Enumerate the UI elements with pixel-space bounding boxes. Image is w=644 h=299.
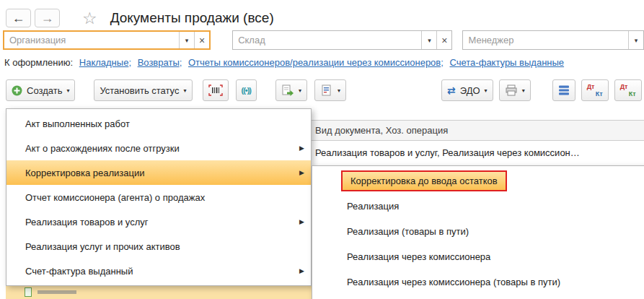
printer-icon	[505, 84, 518, 96]
create-based-on-button[interactable]: ▾	[275, 79, 307, 101]
postings-dtkt-button[interactable]: Дт Кт	[581, 79, 609, 101]
create-button-label: Создать	[27, 85, 62, 96]
link-otchety-komissionerov[interactable]: Отчеты комиссионеров/реализации через ко…	[188, 57, 441, 68]
edo-exchange-icon: ⇄	[447, 84, 456, 96]
submenu-item-label: Реализация через комиссионера (товары в …	[347, 277, 560, 287]
menu-item-label: Отчет комиссионера (агента) о продажах	[25, 192, 205, 203]
create-menu: Акт выполненных работ Акт о расхождениях…	[6, 108, 312, 286]
postings-report-button[interactable]: Дт Кт	[614, 79, 642, 101]
submenu-item-label: Корректировка до ввода остатков	[350, 176, 498, 186]
organization-filter-input[interactable]	[4, 32, 179, 48]
blue-list-icon	[558, 84, 570, 96]
table-header-label: Вид документа, Хоз. операция	[315, 125, 448, 136]
dtkt-icon: Дт Кт	[587, 83, 603, 98]
menu-item-label: Акт о расхождениях после отгрузки	[25, 143, 180, 154]
link-vozvraty[interactable]: Возвраты	[138, 57, 180, 68]
submenu-item-realizaciya[interactable]: Реализация	[312, 194, 644, 219]
menu-item-label: Реализация услуг и прочих активов	[25, 241, 180, 252]
edo-button[interactable]: ⇄ ЭДО ▾	[441, 79, 493, 101]
back-arrow-icon: ←	[12, 11, 25, 26]
back-button[interactable]: ←	[6, 9, 31, 27]
document-report-icon	[320, 84, 333, 96]
menu-item-realizaciya-tovarov-i-uslug[interactable]: Реализация товаров и услуг ▶	[6, 209, 311, 234]
chevron-down-icon: ▾	[299, 87, 301, 94]
to-process-links-row: К оформлению: Накладные; Возвраты; Отчет…	[0, 50, 644, 74]
chevron-down-icon: ▾	[185, 37, 189, 44]
organization-clear-button[interactable]: ×	[194, 32, 209, 48]
annotation-target-box: Корректировка до ввода остатков	[341, 170, 507, 191]
link-separator: ;	[180, 57, 182, 68]
organization-filter: ▾ ×	[3, 30, 211, 50]
menu-item-label: Реализация товаров и услуг	[25, 217, 149, 228]
link-separator: ;	[441, 57, 444, 68]
dtkt-report-icon: Дт Кт	[620, 83, 636, 98]
barcode-scan-button[interactable]	[203, 79, 229, 101]
create-plus-icon	[12, 85, 22, 96]
menu-item-label: Счет-фактура выданный	[25, 266, 133, 277]
submenu-item-realizaciya-cherez-komissionera-tovary-v-puti[interactable]: Реализация через комиссионера (товары в …	[312, 269, 644, 295]
submenu-item-realizaciya-cherez-komissionera[interactable]: Реализация через комиссионера	[312, 244, 644, 269]
submenu-arrow-icon: ▶	[299, 267, 304, 274]
organization-dropdown-button[interactable]: ▾	[179, 32, 194, 48]
submenu-item-label: Реализация через комиссионера	[347, 251, 490, 262]
top-navigation-bar: ← → ☆ Документы продажи (все)	[0, 0, 644, 30]
warehouse-filter: ▾ ×	[232, 30, 452, 50]
document-green-arrow-icon	[281, 84, 294, 96]
manager-filter-input[interactable]	[463, 31, 628, 49]
page-title: Документы продажи (все)	[110, 10, 274, 26]
menu-item-akt-o-rashozhdeniyah[interactable]: Акт о расхождениях после отгрузки ▶	[6, 136, 311, 160]
submenu-item-korrektirovka-do-vvoda-ostatkov[interactable]: Корректировка до ввода остатков	[312, 168, 644, 194]
manager-dropdown-button[interactable]: ▾	[628, 31, 643, 49]
submenu-item-realizaciya-tovary-v-puti[interactable]: Реализация (товары в пути)	[312, 219, 644, 244]
favorite-star-icon[interactable]: ☆	[82, 10, 97, 27]
submenu-item-label: Реализация	[347, 201, 399, 212]
create-button[interactable]: Создать ▾	[6, 79, 75, 101]
link-nakladnye[interactable]: Накладные	[79, 57, 129, 68]
table-selected-row-partial[interactable]	[6, 285, 312, 299]
table-row-label: Реализация товаров и услуг, Реализация ч…	[315, 147, 580, 158]
barcode-icon	[208, 84, 223, 96]
menu-item-otchet-komissionera[interactable]: Отчет комиссионера (агента) о продажах	[6, 185, 311, 209]
submenu-arrow-icon: ▶	[299, 144, 304, 152]
chevron-down-icon: ▾	[338, 87, 340, 94]
chevron-down-icon: ▾	[522, 87, 525, 94]
chevron-down-icon: ▾	[66, 87, 69, 94]
submenu-arrow-icon: ▶	[299, 169, 304, 176]
toolbar: Создать ▾ Установить статус ▾ ((•)) ▾	[0, 74, 644, 106]
menu-item-realizaciya-uslug[interactable]: Реализация услуг и прочих активов	[6, 234, 311, 259]
menu-item-korrektirovka-realizacii[interactable]: Корректировка реализации ▶	[6, 160, 311, 185]
rfid-scan-button[interactable]: ((•))	[236, 79, 257, 101]
edo-button-label: ЭДО	[460, 85, 480, 96]
clipped-text-fragment	[38, 290, 76, 294]
forward-arrow-icon: →	[41, 11, 54, 26]
set-status-button-label: Установить статус	[100, 85, 179, 96]
warehouse-dropdown-button[interactable]: ▾	[421, 31, 436, 49]
chevron-down-icon: ▾	[485, 87, 488, 94]
forward-button[interactable]: →	[35, 9, 60, 27]
manager-filter: ▾	[462, 30, 644, 50]
set-status-button[interactable]: Установить статус ▾	[94, 79, 192, 101]
filter-row: ▾ × ▾ × ▾	[0, 30, 644, 50]
links-prefix: К оформлению:	[4, 57, 73, 68]
clear-icon: ×	[441, 35, 447, 46]
chevron-down-icon: ▾	[635, 37, 638, 44]
chevron-down-icon: ▾	[183, 87, 186, 94]
print-button[interactable]: ▾	[499, 79, 531, 101]
clear-icon: ×	[199, 35, 205, 46]
chevron-down-icon: ▾	[428, 37, 431, 44]
submenu-item-label: Реализация (товары в пути)	[347, 226, 469, 237]
reports-button[interactable]: ▾	[314, 79, 346, 101]
menu-item-akt-vypolnennyh-rabot[interactable]: Акт выполненных работ	[6, 111, 311, 136]
correction-submenu: Корректировка до ввода остатков Реализац…	[312, 165, 644, 299]
register-list-button[interactable]	[552, 79, 575, 101]
menu-item-schet-faktura-vydannyj[interactable]: Счет-фактура выданный ▶	[6, 259, 311, 283]
menu-item-label: Акт выполненных работ	[25, 118, 130, 129]
link-separator: ;	[128, 57, 131, 68]
warehouse-filter-input[interactable]	[233, 31, 421, 49]
warehouse-clear-button[interactable]: ×	[436, 31, 451, 49]
submenu-arrow-icon: ▶	[299, 218, 304, 225]
link-scheta-faktury[interactable]: Счета-фактуры выданные	[450, 57, 565, 68]
document-icon	[25, 287, 32, 297]
rfid-icon: ((•))	[242, 86, 252, 95]
menu-item-label: Корректировка реализации	[25, 168, 144, 178]
